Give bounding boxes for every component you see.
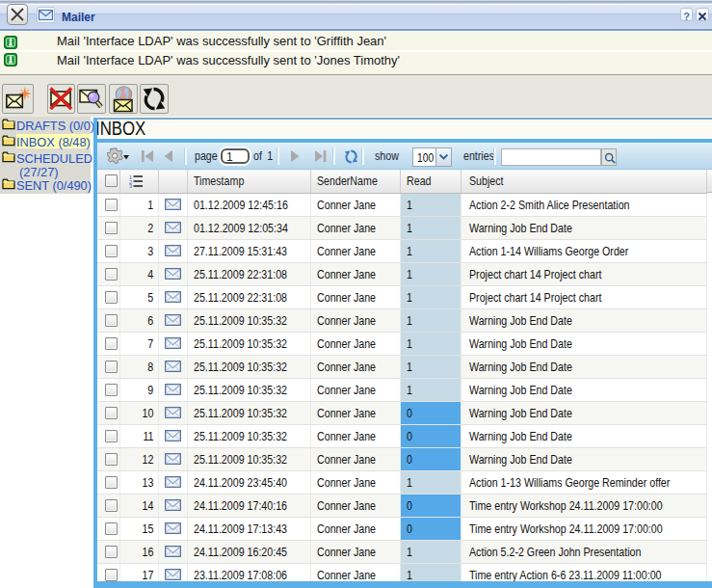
svg-text:?: ? bbox=[683, 11, 690, 22]
svg-text:3: 3 bbox=[129, 183, 132, 188]
